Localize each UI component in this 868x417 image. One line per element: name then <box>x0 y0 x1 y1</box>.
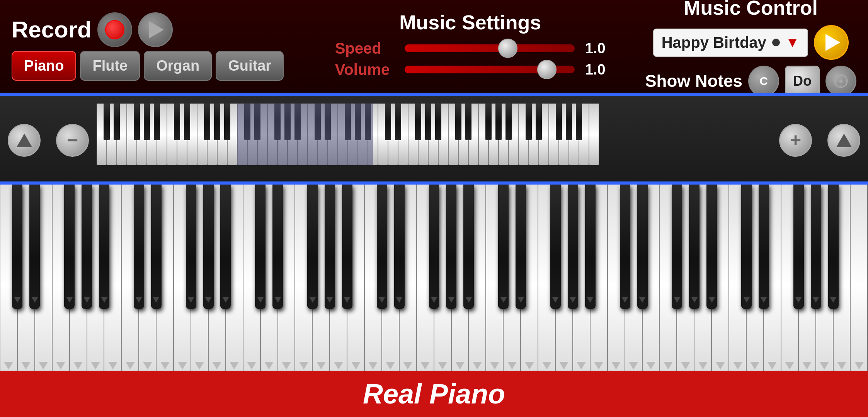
key-marker <box>542 362 551 370</box>
black-key[interactable] <box>585 185 596 309</box>
mini-black-key[interactable] <box>385 103 391 140</box>
mini-black-key[interactable] <box>214 103 220 140</box>
black-key[interactable] <box>759 185 769 309</box>
black-key[interactable] <box>64 185 75 309</box>
black-key[interactable] <box>307 185 318 309</box>
mini-black-key[interactable] <box>224 103 230 140</box>
black-key[interactable] <box>255 185 266 309</box>
black-key[interactable] <box>568 185 578 309</box>
black-key[interactable] <box>741 185 752 309</box>
mini-black-key[interactable] <box>114 103 120 140</box>
mini-black-key[interactable] <box>526 103 532 140</box>
black-key[interactable] <box>706 185 717 309</box>
key-marker <box>264 362 274 370</box>
key-marker <box>160 362 170 370</box>
black-key[interactable] <box>134 185 144 309</box>
mini-black-key[interactable] <box>174 103 180 140</box>
black-key[interactable] <box>828 185 839 309</box>
black-key[interactable] <box>394 185 405 309</box>
black-key[interactable] <box>220 185 231 309</box>
black-key[interactable] <box>342 185 352 309</box>
black-key-marker <box>101 297 107 303</box>
black-key[interactable] <box>446 185 456 309</box>
speed-thumb[interactable] <box>498 39 517 58</box>
note-do-button[interactable]: Do <box>785 66 820 97</box>
key-marker <box>230 362 239 370</box>
key-marker <box>525 362 534 370</box>
black-key[interactable] <box>793 185 804 309</box>
black-key[interactable] <box>151 185 162 309</box>
black-key[interactable] <box>186 185 196 309</box>
black-key-marker <box>761 297 767 303</box>
black-key-marker <box>379 297 385 303</box>
note-c-button[interactable]: C <box>748 66 779 97</box>
black-key[interactable] <box>516 185 526 309</box>
volume-thumb[interactable] <box>537 60 557 79</box>
black-key[interactable] <box>429 185 439 309</box>
black-key[interactable] <box>99 185 109 309</box>
black-key[interactable] <box>620 185 630 309</box>
black-key[interactable] <box>272 185 283 309</box>
key-marker <box>247 362 256 370</box>
organ-button[interactable]: Organ <box>144 51 212 81</box>
black-key[interactable] <box>498 185 509 309</box>
black-key-marker <box>744 297 750 303</box>
black-key[interactable] <box>550 185 561 309</box>
mini-black-key[interactable] <box>576 103 582 140</box>
black-key[interactable] <box>29 185 40 309</box>
record-dot-icon <box>105 20 124 39</box>
mini-black-key[interactable] <box>556 103 562 140</box>
black-key[interactable] <box>377 185 387 309</box>
minus-icon: − <box>67 129 78 151</box>
mini-white-key[interactable] <box>589 103 599 165</box>
mini-black-key[interactable] <box>566 103 572 140</box>
record-button[interactable] <box>97 12 132 47</box>
play-song-button[interactable] <box>814 25 849 60</box>
black-key[interactable] <box>82 185 92 309</box>
black-key[interactable] <box>672 185 682 309</box>
header-play-button[interactable] <box>138 12 173 47</box>
up-arrow-icon <box>17 134 32 147</box>
black-key[interactable] <box>689 185 700 309</box>
volume-slider[interactable] <box>405 66 575 73</box>
key-marker <box>386 362 395 370</box>
black-key[interactable] <box>811 185 821 309</box>
mini-black-key[interactable] <box>395 103 401 140</box>
mini-black-key[interactable] <box>455 103 461 140</box>
black-key[interactable] <box>463 185 474 309</box>
black-key-marker <box>257 297 264 303</box>
mini-black-key[interactable] <box>495 103 502 140</box>
mini-nav-up-left[interactable] <box>8 124 41 157</box>
key-marker <box>334 362 343 370</box>
mini-nav-up-right[interactable] <box>827 124 860 157</box>
music-control-section: Music Control Happy Birtday ▼ Show Notes… <box>645 0 856 97</box>
mini-black-key[interactable] <box>505 103 512 140</box>
mini-black-key[interactable] <box>154 103 160 140</box>
flute-button[interactable]: Flute <box>80 51 140 81</box>
mini-black-key[interactable] <box>415 103 421 140</box>
song-dropdown[interactable]: Happy Birtday ▼ <box>653 29 808 57</box>
black-key[interactable] <box>203 185 214 309</box>
black-key[interactable] <box>325 185 335 309</box>
black-key[interactable] <box>12 185 22 309</box>
mini-black-key[interactable] <box>435 103 441 140</box>
black-key[interactable] <box>637 185 648 309</box>
speed-slider[interactable] <box>405 44 575 52</box>
mini-nav-minus[interactable]: − <box>56 124 89 157</box>
mini-black-key[interactable] <box>184 103 190 140</box>
mini-black-key[interactable] <box>425 103 431 140</box>
settings-note-button[interactable] <box>825 66 856 97</box>
mini-black-key[interactable] <box>134 103 140 140</box>
guitar-button[interactable]: Guitar <box>216 51 284 81</box>
key-marker <box>854 362 864 370</box>
mini-black-key[interactable] <box>485 103 492 140</box>
key-marker <box>420 362 430 370</box>
mini-black-key[interactable] <box>465 103 471 140</box>
piano-button[interactable]: Piano <box>12 51 76 81</box>
mini-black-key[interactable] <box>536 103 542 140</box>
mini-nav-plus[interactable]: + <box>779 124 812 157</box>
mini-black-key[interactable] <box>144 103 150 140</box>
mini-black-key[interactable] <box>104 103 110 140</box>
mini-black-key[interactable] <box>204 103 210 140</box>
white-key[interactable] <box>850 185 868 385</box>
